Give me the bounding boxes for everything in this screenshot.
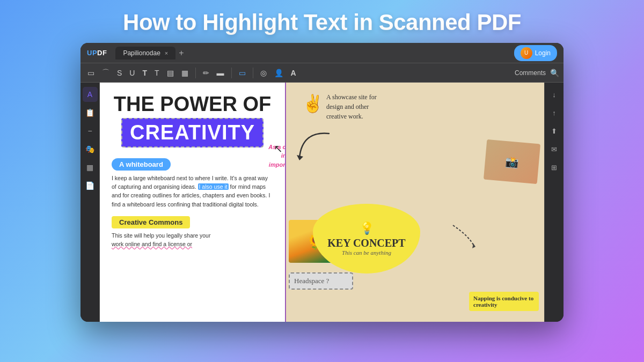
lightbulb-icon: 💡 — [360, 221, 374, 235]
left-sidebar: A 📋 − 🎭 ▦ 📄 — [80, 83, 100, 322]
sidebar-doc-icon[interactable]: 📄 — [83, 178, 98, 193]
main-area: A 📋 − 🎭 ▦ 📄 THE POWER OF — [80, 83, 564, 322]
right-sidebar-share-icon[interactable]: ⬆ — [547, 123, 562, 138]
download-icon: ↓ — [552, 91, 556, 99]
app-brand: UPDF — [87, 49, 107, 57]
toolbar-font-icon[interactable]: A — [288, 67, 299, 79]
creativity-text: CREATIVITY — [121, 118, 264, 147]
login-button[interactable]: U Login — [514, 45, 557, 61]
pages-icon: 📋 — [85, 108, 94, 117]
doc-icon: 📄 — [85, 181, 94, 190]
creative-commons-badge: Creative Commons — [112, 216, 190, 228]
share-icon: ⬆ — [551, 127, 557, 135]
doodle-arrows — [448, 220, 480, 252]
power-of-text: THE POWER OF — [112, 93, 273, 116]
sidebar-layers-icon[interactable]: 🎭 — [83, 142, 98, 157]
toolbar-line-icon[interactable]: ▬ — [214, 67, 227, 79]
svg-marker-0 — [297, 155, 303, 160]
pdf-area: THE POWER OF CREATIVITY ↖ As a creative … — [100, 83, 544, 322]
app-window: UPDF Papilionodae × + U Login ▭ ⌒ S U T … — [80, 43, 564, 322]
body-text-1: I keep a large whiteboard next to where … — [112, 174, 273, 209]
napping-note: Napping is conducive to creativity — [469, 292, 539, 311]
sidebar-edit-icon[interactable]: A — [83, 87, 98, 102]
upload-icon: ↑ — [552, 109, 556, 117]
edit-icon: A — [87, 90, 92, 99]
toolbar-highlight-icon[interactable]: ▭ — [236, 67, 248, 79]
headspace-note: Headspace ? — [289, 272, 353, 290]
tab-add-button[interactable]: + — [179, 48, 184, 58]
key-concept-sub: This can be anything — [342, 249, 391, 256]
highlighted-text: I also use it — [198, 183, 229, 190]
toolbar-text2-icon[interactable]: T — [152, 67, 162, 79]
photo-1: 📸 — [484, 139, 540, 184]
page-title: How to Highlight Text in Scanned PDF — [123, 10, 521, 35]
pdf-left-panel: THE POWER OF CREATIVITY ↖ As a creative … — [100, 83, 285, 322]
toolbar-pen-icon[interactable]: ✏ — [200, 67, 212, 79]
sidebar-grid2-icon[interactable]: ▦ — [83, 160, 98, 175]
toolbar-grid-icon[interactable]: ▦ — [179, 67, 191, 79]
key-concept-cloud: 💡 KEY CONCEPT This can be anything — [313, 204, 420, 274]
peace-emoji: ✌️ — [302, 93, 324, 114]
toolbar: ▭ ⌒ S U T T ▤ ▦ ✏ ▬ ▭ ◎ 👤 A Comments 🔍 — [80, 63, 564, 83]
toolbar-select-icon[interactable]: ▭ — [85, 67, 97, 79]
photo-cluster: 📸 — [474, 142, 539, 206]
cloud-shape: 💡 KEY CONCEPT This can be anything — [313, 204, 420, 274]
toolbar-table-icon[interactable]: ▤ — [164, 67, 177, 79]
grid2-icon: ▦ — [86, 163, 93, 172]
toolbar-separator-2 — [231, 68, 232, 78]
title-bar: UPDF Papilionodae × + U Login — [80, 43, 564, 63]
showcase-text: A showcase site fordesign and othercreat… — [326, 92, 377, 121]
toolbar-text-icon[interactable]: T — [140, 67, 150, 79]
right-sidebar-download-icon[interactable]: ↓ — [547, 87, 562, 102]
key-concept-label: KEY CONCEPT — [327, 237, 405, 249]
grid-icon: ⊞ — [551, 164, 557, 172]
title-bar-right: U Login — [514, 45, 557, 61]
mail-icon: ✉ — [551, 145, 557, 153]
comments-button[interactable]: Comments — [515, 69, 546, 77]
minus-icon: − — [87, 127, 92, 135]
creativity-wrapper: CREATIVITY ↖ As a creative person, your … — [112, 116, 273, 150]
italic-quote: As a creative person, your inputs are ju… — [268, 143, 285, 169]
pdf-right-content: ✌️ A showcase site fordesign and othercr… — [286, 83, 544, 322]
toolbar-arc-icon[interactable]: ⌒ — [99, 67, 112, 79]
avatar: U — [521, 47, 532, 59]
tab-label: Papilionodae — [123, 49, 160, 57]
tab-papilionodae[interactable]: Papilionodae × — [115, 47, 175, 60]
toolbar-separator-1 — [195, 68, 196, 78]
body-text-3: This site will help you legally share yo… — [112, 231, 273, 249]
sidebar-minus-icon[interactable]: − — [83, 123, 98, 138]
tab-close-button[interactable]: × — [165, 50, 168, 56]
right-sidebar-upload-icon[interactable]: ↑ — [547, 105, 562, 120]
toolbar-strikethrough-icon[interactable]: S — [114, 67, 125, 79]
right-sidebar-grid-icon[interactable]: ⊞ — [547, 160, 562, 175]
arrow-svg — [291, 125, 334, 168]
underlined-text: work online and find a license or — [112, 241, 192, 247]
toolbar-user-icon[interactable]: 👤 — [272, 67, 286, 79]
toolbar-underline-icon[interactable]: U — [127, 67, 137, 79]
search-icon[interactable]: 🔍 — [550, 69, 559, 77]
right-sidebar-mail-icon[interactable]: ✉ — [547, 142, 562, 157]
pdf-right-panel: ✌️ A showcase site fordesign and othercr… — [286, 83, 544, 322]
login-label: Login — [535, 49, 551, 57]
layers-icon: 🎭 — [85, 145, 94, 153]
toolbar-separator-3 — [253, 68, 253, 78]
toolbar-right-group: Comments 🔍 — [515, 69, 559, 77]
right-sidebar: ↓ ↑ ⬆ ✉ ⊞ — [544, 83, 564, 322]
whiteboard-badge: A whiteboard — [112, 158, 171, 171]
sidebar-pages-icon[interactable]: 📋 — [83, 105, 98, 120]
toolbar-eraser-icon[interactable]: ◎ — [258, 67, 269, 79]
